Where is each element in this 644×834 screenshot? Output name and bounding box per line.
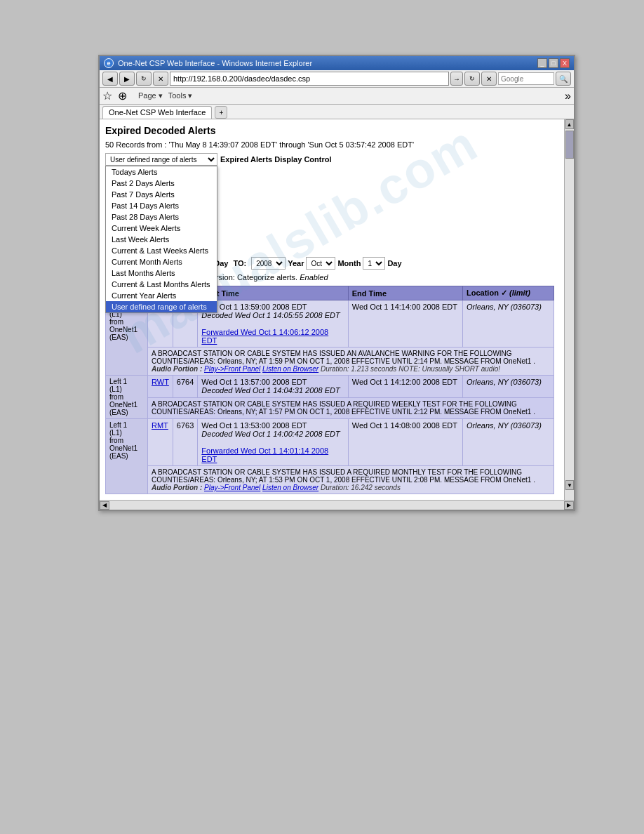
source-line5: (EAS) [109,333,144,341]
search-button[interactable]: 🔍 [556,72,571,86]
new-tab-button[interactable]: + [215,106,227,119]
nav-bar: ◀ ▶ ↻ ✕ → ↻ ✕ 🔍 [100,70,574,88]
listen-browser-1[interactable]: Listen on Browser [262,365,318,373]
forwarded-link-3[interactable]: Forwarded Wed Oct 1 14:01:14 2008 EDT [201,446,328,463]
toolbar-arrow-icon: » [565,90,571,102]
duration-3: Duration: 16.242 seconds [321,484,401,491]
favorites-add-icon[interactable]: ⊕ [118,89,127,102]
menu-item-curmonth[interactable]: Current Month Alerts [106,256,217,267]
play-front-panel-1[interactable]: Play->Front Panel [204,365,260,373]
scrollbar-right[interactable]: ▲ ▼ [564,119,574,500]
rwt-link[interactable]: RWT [152,378,169,386]
window-controls[interactable]: _ □ X [537,58,570,68]
listen-browser-3[interactable]: Listen on Browser [262,484,318,491]
menu-item-curlastmonth[interactable]: Current & Last Months Alerts [106,279,217,290]
location-cell-1: Orleans, NY (036073) [463,300,554,348]
scroll-left-button[interactable]: ◀ [100,501,109,510]
range-select[interactable]: User defined range of alerts Todays Aler… [105,153,217,166]
toolbar2: ☆ ⊕ Page ▾ Tools ▾ » [100,88,574,105]
close-button[interactable]: X [560,58,570,68]
idnum-cell-2: 6764 [173,376,197,398]
toolbar-tools-label: Tools ▾ [168,91,193,100]
idnum-cell-3: 6763 [173,419,197,466]
dropdown-menu[interactable]: Todays Alerts Past 2 Days Alerts Past 7 … [105,166,217,313]
refresh-button2[interactable]: ↻ [464,72,480,86]
scrollbar-bottom[interactable]: ◀ ▶ [100,500,574,510]
id-cell-2: RWT [148,376,173,398]
to-year-select[interactable]: 2008 [251,257,286,270]
id-cell-3: RMT [148,419,173,466]
menu-item-lastmonth[interactable]: Last Months Alerts [106,267,217,279]
end-cell-1: Wed Oct 1 14:14:00 2008 EDT [348,300,462,348]
minimize-button[interactable]: _ [537,58,547,68]
to-separator: TO: [233,259,246,267]
menu-item-lastweek[interactable]: Last Week Alerts [106,234,217,245]
message-cell-2: A BROADCAST STATION OR CABLE SYSTEM HAS … [148,398,554,419]
titlebar: e One-Net CSP Web Interface - Windows In… [100,56,574,70]
end-cell-2: Wed Oct 1 14:12:00 2008 EDT [348,376,462,398]
end-cell-3: Wed Oct 1 14:08:00 2008 EDT [348,419,462,466]
col-header-location: Location ✓ (limit) [463,286,554,300]
start-cell-1: Wed Oct 1 13:59:00 2008 EDT Decoded Wed … [198,300,348,348]
table-row-2: Left 1 (L1) from OneNet1 (EAS) RWT 6764 … [106,376,554,398]
year-to-label: Year [288,259,304,267]
location-cell-2: Orleans, NY (036073) [463,376,554,398]
back-button[interactable]: ◀ [102,72,118,86]
scroll-right-button[interactable]: ▶ [564,501,574,510]
display-control-row: User defined range of alerts Todays Aler… [105,153,554,166]
browser-title: One-Net CSP Web Interface - Windows Inte… [118,59,312,67]
menu-item-todays[interactable]: Todays Alerts [106,166,217,178]
maximize-button[interactable]: □ [549,58,558,68]
message-cell-1: A BROADCAST STATION OR CABLE SYSTEM HAS … [148,348,554,376]
source-line4: OneNet1 [109,326,144,333]
menu-item-curweek[interactable]: Current Week Alerts [106,223,217,234]
page-title: Expired Decoded Alerts [105,125,554,136]
search-input[interactable] [498,72,554,85]
month-to-label: Month [337,259,361,267]
menu-item-past14[interactable]: Past 14 Days Alerts [106,200,217,211]
display-control-label: Expired Alerts Display Control [220,155,332,164]
records-info: 50 Records from : 'Thu May 8 14:39:07 20… [105,140,554,149]
scroll-up-button[interactable]: ▲ [565,119,574,129]
play-front-panel-3[interactable]: Play->Front Panel [204,484,260,491]
duration-1: Duration: 1.213 seconds NOTE: Unusually … [321,365,500,373]
source-line3: from [109,318,144,326]
ie-icon: e [104,58,114,68]
to-month-select[interactable]: Oct [306,257,335,270]
stop-button2[interactable]: ✕ [481,72,497,86]
source-cell-2: Left 1 (L1) from OneNet1 (EAS) [106,376,148,419]
forward-button[interactable]: ▶ [119,72,135,86]
table-row-msg-2: A BROADCAST STATION OR CABLE SYSTEM HAS … [106,398,554,419]
menu-item-past7[interactable]: Past 7 Days Alerts [106,189,217,200]
to-day-select[interactable]: 1 [363,257,385,270]
table-row-3: Left 1 (L1) from OneNet1 (EAS) RMT 6763 … [106,419,554,466]
stop-button[interactable]: ✕ [153,72,168,86]
message-cell-3: A BROADCAST STATION OR CABLE SYSTEM HAS … [148,466,554,494]
menu-item-curyear[interactable]: Current Year Alerts [106,290,217,301]
scroll-down-button[interactable]: ▼ [565,480,574,490]
menu-item-past28[interactable]: Past 28 Days Alerts [106,211,217,223]
day-to-label: Day [387,259,401,267]
table-row-msg-3: A BROADCAST STATION OR CABLE SYSTEM HAS … [106,466,554,494]
col-header-start: Start Time [198,286,348,300]
toolbar-page-label: Page ▾ [138,91,163,100]
scroll-thumb[interactable] [565,131,574,159]
source-cell-3: Left 1 (L1) from OneNet1 (EAS) [106,419,148,494]
menu-item-curlastweek[interactable]: Current & Last Weeks Alerts [106,245,217,256]
start-cell-2: Wed Oct 1 13:57:00 2008 EDT Decoded Wed … [198,376,348,398]
favorites-star-icon[interactable]: ☆ [102,89,112,102]
alerts-table: Start Time End Time Location ✓ (limit) L… [105,286,554,494]
browser-window: e One-Net CSP Web Interface - Windows In… [98,55,575,511]
location-cell-3: Orleans, NY (036073) [463,419,554,466]
rmt-link[interactable]: RMT [152,421,168,430]
menu-item-past2[interactable]: Past 2 Days Alerts [106,178,217,189]
go-button[interactable]: → [450,72,463,86]
refresh-button[interactable]: ↻ [136,72,152,86]
content-area: Expired Decoded Alerts 50 Records from :… [100,119,564,500]
address-bar[interactable] [170,72,449,86]
tab-bar: One-Net CSP Web Interface + [100,105,574,119]
forwarded-link-1[interactable]: Forwarded Wed Oct 1 14:06:12 2008 EDT [201,328,328,345]
tab-main[interactable]: One-Net CSP Web Interface [102,106,212,119]
menu-item-userdef[interactable]: User defined range of alerts [106,301,217,312]
col-header-end: End Time [348,286,462,300]
